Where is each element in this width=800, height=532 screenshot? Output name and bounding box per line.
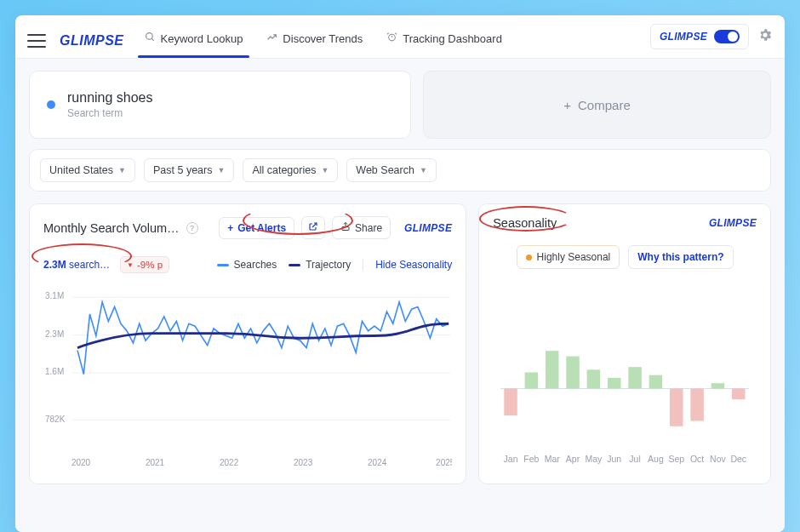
legend-searches: Searches [217, 259, 277, 271]
filter-range[interactable]: Past 5 years▼ [144, 158, 234, 182]
svg-text:3.1M: 3.1M [45, 290, 64, 301]
svg-rect-30 [587, 369, 600, 388]
tab-tracking-dashboard[interactable]: Tracking Dashboard [385, 25, 504, 57]
query-row: running shoes Search term + Compare [29, 71, 771, 139]
filter-type[interactable]: Web Search▼ [346, 158, 436, 182]
svg-text:2024: 2024 [368, 456, 386, 467]
svg-text:Oct: Oct [690, 454, 704, 464]
chevron-down-icon: ▼ [217, 166, 225, 174]
search-term-subtitle: Search term [67, 107, 153, 119]
panel-header: Monthly Search Volum… ? +Get Alerts Shar… [43, 216, 452, 239]
filter-label: Past 5 years [153, 164, 212, 176]
svg-text:Nov: Nov [710, 454, 726, 464]
brand-mini: GLIMPSE [404, 222, 452, 234]
seasonality-panel: Seasonality GLIMPSE Highly Seasonal Why … [478, 203, 771, 484]
svg-text:2.3M: 2.3M [45, 328, 64, 339]
chevron-down-icon: ▼ [420, 166, 427, 174]
status-dot-icon [526, 255, 532, 260]
filter-label: Web Search [356, 164, 414, 176]
filter-category[interactable]: All categories▼ [243, 158, 338, 182]
panel-header: Seasonality GLIMPSE [493, 216, 757, 230]
svg-text:1.6M: 1.6M [45, 366, 64, 377]
stat-volume: 2.3M search… [43, 259, 110, 271]
svg-text:2020: 2020 [71, 456, 90, 467]
tab-discover-trends[interactable]: Discover Trends [265, 25, 364, 57]
panel-title: Seasonality [493, 216, 557, 230]
share-button[interactable]: Share [332, 216, 391, 239]
external-link-icon [308, 221, 318, 234]
top-bar: GLIMPSE Keyword Lookup Discover Trends T… [15, 15, 785, 59]
stat-delta: ▼-9% p [120, 256, 169, 273]
filter-geo[interactable]: United States▼ [40, 158, 135, 182]
topbar-right: GLIMPSE [650, 24, 773, 58]
svg-text:Jan: Jan [504, 454, 518, 464]
svg-rect-28 [567, 357, 580, 389]
extension-toggle[interactable] [714, 30, 740, 43]
seasonality-chart: JanFebMarAprMayJunJulAugSepOctNovDec [493, 281, 757, 477]
panel-title: Monthly Search Volum… [43, 221, 180, 235]
svg-text:782K: 782K [45, 413, 65, 424]
alarm-icon [386, 31, 397, 45]
open-external-button[interactable] [301, 216, 325, 239]
separator [363, 259, 363, 271]
svg-line-4 [387, 33, 389, 35]
extension-badge: GLIMPSE [650, 24, 749, 49]
svg-text:2025: 2025 [436, 456, 452, 467]
series-color-dot [47, 100, 55, 109]
svg-text:Sep: Sep [669, 454, 685, 464]
get-alerts-button[interactable]: +Get Alerts [219, 217, 294, 239]
down-triangle-icon: ▼ [127, 261, 134, 269]
nav-tabs: Keyword Lookup Discover Trends Tracking … [143, 25, 650, 57]
svg-rect-22 [504, 389, 517, 416]
add-compare-button[interactable]: + Compare [423, 71, 771, 139]
why-pattern-button[interactable]: Why this pattern? [628, 245, 733, 269]
svg-rect-44 [732, 389, 745, 400]
gear-icon[interactable] [757, 27, 773, 46]
info-icon[interactable]: ? [186, 222, 198, 234]
panels-row: Monthly Search Volum… ? +Get Alerts Shar… [29, 203, 771, 484]
svg-rect-32 [608, 378, 620, 389]
button-label: Share [355, 222, 382, 234]
filter-bar: United States▼ Past 5 years▼ All categor… [29, 149, 771, 192]
svg-rect-34 [629, 367, 642, 388]
svg-text:Feb: Feb [524, 454, 540, 464]
search-term-card[interactable]: running shoes Search term [29, 71, 411, 139]
svg-text:Aug: Aug [648, 454, 664, 464]
tab-keyword-lookup[interactable]: Keyword Lookup [143, 25, 245, 57]
svg-text:Mar: Mar [545, 454, 561, 464]
stats-row: 2.3M search… ▼-9% p Searches Trajectory … [43, 256, 452, 273]
app-shell: GLIMPSE Keyword Lookup Discover Trends T… [15, 15, 785, 532]
volume-panel: Monthly Search Volum… ? +Get Alerts Shar… [29, 203, 466, 484]
search-icon [145, 31, 156, 45]
svg-text:Dec: Dec [731, 454, 747, 464]
legend-trajectory: Trajectory [289, 259, 351, 271]
volume-chart: 3.1M 2.3M 1.6M 782K 2020 2021 2022 2023 … [43, 278, 452, 477]
trend-icon [266, 31, 277, 45]
svg-line-1 [151, 38, 154, 41]
season-tags: Highly Seasonal Why this pattern? [493, 245, 757, 269]
filter-label: All categories [252, 164, 316, 176]
menu-icon[interactable] [27, 34, 46, 48]
svg-text:2021: 2021 [146, 456, 164, 467]
svg-point-0 [146, 33, 152, 40]
svg-text:Apr: Apr [566, 454, 580, 464]
svg-rect-36 [649, 375, 662, 389]
svg-rect-42 [711, 383, 724, 388]
hide-seasonality-link[interactable]: Hide Seasonality [375, 259, 452, 271]
tab-label: Tracking Dashboard [403, 32, 502, 45]
search-term: running shoes [67, 90, 153, 106]
svg-text:Jun: Jun [607, 454, 621, 464]
svg-rect-40 [691, 389, 704, 421]
svg-rect-24 [525, 373, 538, 389]
share-icon [340, 221, 351, 234]
swatch [217, 264, 229, 266]
svg-text:Jul: Jul [630, 454, 641, 464]
svg-line-5 [396, 33, 397, 35]
plus-icon: + [227, 222, 233, 234]
chart-legend: Searches Trajectory Hide Seasonality [217, 259, 453, 271]
brand-mini: GLIMPSE [709, 217, 757, 229]
tab-label: Discover Trends [283, 32, 363, 45]
svg-text:2023: 2023 [294, 456, 312, 467]
chevron-down-icon: ▼ [321, 166, 329, 174]
tab-label: Keyword Lookup [161, 32, 243, 45]
